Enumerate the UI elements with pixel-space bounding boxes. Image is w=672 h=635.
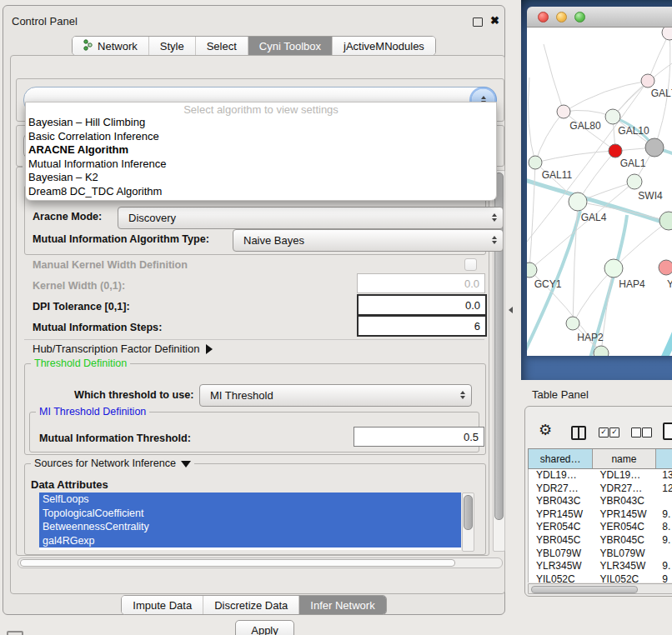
table-row[interactable]: YPR145WYPR145W9. (529, 508, 672, 522)
close-panel-icon[interactable]: ✖ (490, 14, 499, 27)
table-hscrollbar-thumb[interactable] (531, 586, 638, 593)
checked-checkbox-icon-1[interactable]: ✓ (599, 428, 609, 438)
network-node[interactable] (662, 28, 672, 40)
network-node-gal80[interactable] (557, 105, 570, 118)
tab-impute-data[interactable]: Impute Data (122, 596, 203, 614)
which-threshold-combo[interactable]: MI Threshold (199, 384, 472, 407)
network-node-gal1[interactable] (609, 144, 622, 158)
column-header-a[interactable]: A (656, 449, 672, 468)
mi-threshold-field[interactable]: 0.5 (354, 427, 484, 447)
gear-icon[interactable]: ⚙ (539, 422, 552, 438)
tab-network[interactable]: Network (73, 37, 148, 55)
network-node-y[interactable] (659, 260, 672, 275)
attribute-item-betweennesscentrality[interactable]: BetweennessCentrality (39, 520, 461, 534)
kernel-width-label: Kernel Width (0,1): (33, 280, 125, 292)
network-node[interactable] (645, 138, 664, 157)
attribute-item-selfloops[interactable]: SelfLoops (39, 492, 461, 507)
network-node-gal10[interactable] (605, 109, 620, 124)
table-row[interactable]: YBR043CYBR043C (529, 495, 672, 508)
tab-label: Network (98, 40, 138, 52)
hub-definition-label: Hub/Transcription Factor Definition (33, 342, 199, 355)
unchecked-checkbox-icon-1[interactable] (631, 428, 641, 438)
minimize-window-icon[interactable] (556, 12, 567, 22)
network-window-titlebar[interactable] (527, 7, 672, 28)
settings-hscrollbar-thumb[interactable] (20, 559, 455, 567)
algorithm-option-basic-correlation-inference[interactable]: Basic Correlation Inference (26, 130, 496, 144)
tab-label: Impute Data (133, 599, 192, 612)
tab-jactivemnodules[interactable]: jActiveMNodules (332, 37, 435, 55)
table-row[interactable]: YER054CYER054C8. (529, 521, 672, 534)
split-columns-icon[interactable] (571, 426, 586, 440)
attribute-item-topologicalcoefficient[interactable]: TopologicalCoefficient (39, 507, 461, 521)
network-node-swi4[interactable] (627, 174, 642, 189)
data-attributes-list[interactable]: SelfLoopsTopologicalCoefficientBetweenne… (39, 492, 461, 550)
tab-infer-network[interactable]: Infer Network (298, 596, 385, 614)
table-row[interactable]: YDR27…YDR27…12 (529, 482, 672, 496)
table-cell: 9. (654, 508, 672, 522)
hub-definition-section[interactable]: Hub/Transcription Factor Definition (33, 342, 213, 355)
expand-down-icon[interactable] (181, 461, 191, 468)
kernel-width-field[interactable]: 0.0 (357, 273, 485, 293)
network-node-hap2[interactable] (566, 317, 579, 330)
network-node-hap4[interactable] (604, 259, 623, 278)
checked-checkbox-icon-2[interactable]: ✓ (609, 428, 619, 438)
tab-select[interactable]: Select (195, 37, 248, 55)
tab-discretize-data[interactable]: Discretize Data (203, 596, 298, 614)
column-header-shared[interactable]: shared… (529, 449, 593, 468)
float-panel-icon[interactable] (473, 18, 483, 27)
table-row[interactable]: YLR345WYLR345W9. (529, 560, 672, 573)
table-cell: YIL052C (593, 573, 655, 582)
network-edge (564, 81, 648, 112)
algorithm-option-mutual-information-inference[interactable]: Mutual Information Inference (26, 158, 496, 172)
network-node-gal11[interactable] (529, 156, 542, 169)
node-label: HAP2 (577, 332, 604, 343)
section-divider (24, 339, 484, 340)
aracne-mode-combo[interactable]: Discovery (118, 207, 504, 229)
table-cell (654, 495, 672, 508)
attribute-item-gal4rgexp[interactable]: gal4RGexp (39, 534, 461, 548)
table-row[interactable]: YDL19…YDL19…13 (529, 469, 672, 482)
tab-style[interactable]: Style (148, 37, 195, 55)
node-label: GAL10 (618, 125, 649, 137)
table-cell: 9. (654, 560, 672, 573)
table-row[interactable]: YBR045CYBR045C9. (529, 534, 672, 548)
unchecked-checkbox-icon-2[interactable] (642, 428, 652, 438)
network-node-gal7[interactable] (641, 74, 654, 88)
table-cell: 13 (654, 469, 672, 482)
network-node-gal4[interactable] (569, 192, 587, 211)
algorithm-list: Bayesian – Hill ClimbingBasic Correlatio… (26, 116, 496, 198)
table-cell: YER054C (529, 521, 593, 534)
algorithm-option-aracne-algorithm[interactable]: ARACNE Algorithm (26, 143, 496, 158)
algorithm-option-bayesian-hill-climbing[interactable]: Bayesian – Hill Climbing (26, 116, 496, 130)
bottom-left-panel-icon[interactable] (7, 631, 23, 635)
algorithm-option-dream8-dc-tdc-algorithm[interactable]: Dream8 DC_TDC Algorithm (26, 185, 496, 199)
mi-steps-field[interactable]: 6 (357, 315, 487, 337)
attributes-scrollbar-thumb[interactable] (464, 495, 473, 530)
column-header-name[interactable]: name (593, 449, 655, 468)
apply-button[interactable]: Apply (235, 620, 294, 635)
cyni-bottom-tabbar: Impute DataDiscretize DataInfer Network (3, 595, 504, 615)
control-panel-tabbar: NetworkStyleSelectCyni ToolboxjActiveMNo… (3, 36, 504, 56)
mi-type-combo[interactable]: Naive Bayes (233, 229, 504, 252)
settings-horizontal-scrollbar[interactable] (18, 558, 503, 568)
expand-right-icon[interactable] (206, 344, 213, 354)
network-graph-icon (83, 39, 93, 53)
zoom-window-icon[interactable] (574, 12, 585, 22)
algorithm-dropdown-popup: Select algorithm to view settings Bayesi… (25, 102, 497, 201)
close-window-icon[interactable] (538, 12, 549, 22)
table-row[interactable]: YIL052CYIL052C9 (529, 573, 672, 582)
attributes-list-scrollbar[interactable] (462, 492, 474, 552)
dpi-tolerance-field[interactable]: 0.0 (357, 294, 487, 316)
table-horizontal-scrollbar[interactable] (528, 583, 672, 594)
table-row[interactable]: YBL079WYBL079W (529, 548, 672, 561)
new-table-icon[interactable] (663, 422, 672, 440)
manual-kernel-checkbox[interactable] (464, 258, 477, 271)
which-threshold-value: MI Threshold (210, 389, 273, 402)
network-canvas[interactable]: GAL7GAL80GAL10GAL1GAL11SWI4GAL4GCY1HAP4Y… (527, 28, 672, 356)
table-cell: YIL052C (529, 573, 593, 582)
network-node[interactable] (659, 212, 672, 230)
algorithm-option-bayesian-k2[interactable]: Bayesian – K2 (26, 171, 496, 185)
control-panel-window: Control Panel ✖ NetworkStyleSelectCyni T… (3, 5, 505, 615)
tab-cyni-toolbox[interactable]: Cyni Toolbox (248, 37, 332, 55)
panel-splitter-handle[interactable] (509, 307, 513, 313)
